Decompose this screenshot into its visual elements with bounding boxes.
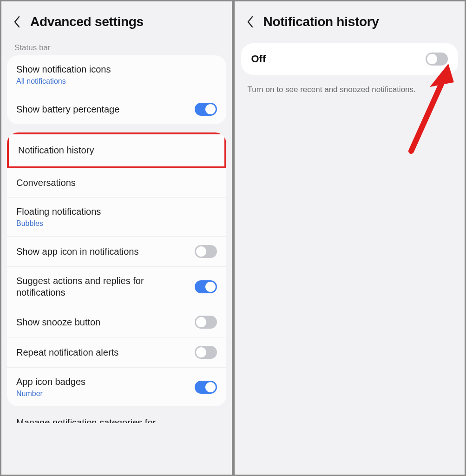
- row-floating-notifications[interactable]: Floating notifications Bubbles: [7, 197, 226, 236]
- row-show-snooze[interactable]: Show snooze button: [7, 307, 226, 337]
- row-title: Show snooze button: [16, 317, 195, 328]
- row-title: Conversations: [16, 177, 217, 189]
- row-title: Show app icon in notifications: [16, 246, 195, 258]
- toggle-app-icon-badges[interactable]: [195, 381, 217, 394]
- row-subtitle: Bubbles: [16, 219, 217, 228]
- header: Notification history: [235, 1, 465, 40]
- toggle-battery-percentage[interactable]: [195, 103, 217, 116]
- row-app-icon-badges[interactable]: App icon badges Number: [7, 367, 226, 406]
- row-title: Floating notifications: [16, 206, 217, 218]
- row-subtitle: All notifications: [16, 77, 217, 86]
- row-title: Repeat notification alerts: [16, 347, 188, 358]
- row-subtitle: Number: [16, 390, 188, 398]
- toggle-state-label: Off: [251, 53, 426, 65]
- row-notification-history[interactable]: Notification history: [9, 134, 224, 166]
- row-title: Notification history: [18, 145, 215, 156]
- row-repeat-alerts[interactable]: Repeat notification alerts: [7, 337, 226, 367]
- toggle-suggest-actions[interactable]: [195, 280, 217, 293]
- chevron-left-icon: [247, 16, 254, 28]
- toggle-repeat-alerts[interactable]: [195, 346, 217, 359]
- divider: [188, 378, 188, 396]
- chevron-left-icon: [13, 16, 21, 28]
- highlight-annotation: Notification history: [7, 132, 226, 168]
- notifications-card: Notification history Conversations Float…: [7, 132, 226, 406]
- row-show-battery-percentage[interactable]: Show battery percentage: [7, 94, 226, 124]
- description-text: Turn on to see recent and snoozed notifi…: [235, 79, 465, 101]
- row-title: App icon badges: [16, 376, 188, 388]
- section-label-status-bar: Status bar: [1, 40, 232, 55]
- page-title: Advanced settings: [30, 14, 144, 29]
- notification-history-pane: Notification history Off Turn on to see …: [233, 0, 466, 476]
- status-bar-card: Show notification icons All notification…: [7, 55, 226, 124]
- row-title: Suggest actions and replies for notifica…: [16, 275, 195, 298]
- row-title: Show battery percentage: [16, 104, 195, 115]
- page-title: Notification history: [263, 14, 379, 29]
- toggle-notification-history[interactable]: [426, 53, 448, 66]
- master-toggle-card: Off: [241, 43, 459, 75]
- toggle-snooze[interactable]: [195, 316, 217, 329]
- advanced-settings-pane: Advanced settings Status bar Show notifi…: [0, 0, 233, 476]
- header: Advanced settings: [1, 1, 232, 40]
- back-button[interactable]: [244, 15, 257, 28]
- row-title: Show notification icons: [16, 64, 217, 75]
- row-show-app-icon[interactable]: Show app icon in notifications: [7, 236, 226, 266]
- row-conversations[interactable]: Conversations: [7, 168, 226, 197]
- row-cutoff: Manage notification categories for: [7, 409, 226, 423]
- back-button[interactable]: [11, 15, 24, 28]
- row-suggest-actions[interactable]: Suggest actions and replies for notifica…: [7, 266, 226, 307]
- toggle-app-icon[interactable]: [195, 245, 217, 258]
- row-show-notification-icons[interactable]: Show notification icons All notification…: [7, 55, 226, 94]
- divider: [188, 348, 188, 357]
